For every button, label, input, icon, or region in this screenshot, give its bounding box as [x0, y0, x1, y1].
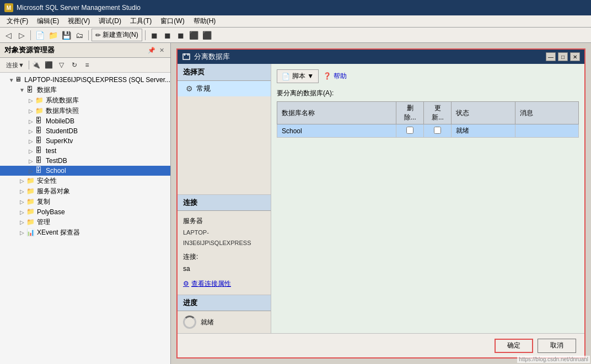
toolbar: ◁ ▷ 📄 📁 💾 🗂 ✏ 新建查询(N) ◼ ◼ ◼ ⬛ ⬛: [0, 28, 591, 43]
tree-test[interactable]: ▷ 🗄 test: [0, 146, 170, 156]
dialog-toolbar: 📄 脚本 ▼ ❓ 帮助: [277, 69, 579, 83]
panel-close[interactable]: ✕: [157, 46, 166, 54]
toolbar-forward[interactable]: ▷: [15, 29, 28, 41]
tree-polybase[interactable]: ▷ 📁 PolyBase: [0, 207, 170, 217]
menu-tools[interactable]: 工具(T): [126, 15, 156, 27]
cancel-button[interactable]: 取消: [538, 339, 576, 353]
expander: ▷: [18, 209, 26, 215]
expander: ▷: [26, 128, 35, 134]
toolbar-btn2[interactable]: ◼: [162, 29, 174, 41]
expander: ▼: [8, 77, 15, 83]
toolbar-open[interactable]: 📁: [47, 29, 59, 41]
tree-studentdb[interactable]: ▷ 🗄 StudentDB: [0, 126, 170, 136]
col-header-name: 数据库名称: [277, 102, 396, 124]
dialog-title-bar: 分离数据库 — □ ✕: [178, 50, 584, 64]
tree-mobiledb[interactable]: ▷ 🗄 MobileDB: [0, 116, 170, 126]
connection-content: 服务器 LAPTOP-IN3E6IJP\SQLEXPRESS 连接: sa ⚙ …: [178, 211, 271, 295]
menu-edit[interactable]: 编辑(E): [33, 15, 63, 27]
panel-controls: 📌 ✕: [147, 46, 166, 54]
tree-xevent[interactable]: ▷ 📊 XEvent 探查器: [0, 227, 170, 238]
col-header-message: 消息: [515, 102, 578, 124]
expander: ▷: [26, 158, 35, 164]
page-item-general[interactable]: ⚙ 常规: [178, 81, 271, 96]
toolbar-back[interactable]: ◁: [2, 29, 14, 41]
minimize-button[interactable]: —: [546, 52, 556, 61]
toolbar-new[interactable]: 📄: [34, 29, 46, 41]
tree-snapshots[interactable]: ▷ 📁 数据库快照: [0, 106, 170, 116]
menu-help[interactable]: 帮助(H): [189, 15, 221, 27]
explorer-sep: [29, 61, 29, 69]
update-checkbox[interactable]: [434, 127, 441, 134]
toolbar-btn4[interactable]: ⬛: [188, 29, 200, 41]
help-button[interactable]: ❓ 帮助: [323, 72, 346, 81]
explorer-title: 对象资源管理器: [4, 45, 55, 55]
restore-button[interactable]: □: [558, 52, 568, 61]
link-icon: ⚙: [183, 278, 189, 290]
table-row[interactable]: School 就绪: [277, 124, 579, 138]
connection-section: 连接 服务器 LAPTOP-IN3E6IJP\SQLEXPRESS 连接: sa: [178, 194, 271, 295]
tree-management[interactable]: ▷ 📁 管理: [0, 217, 170, 227]
title-bar: M Microsoft SQL Server Management Studio: [0, 0, 591, 15]
menu-debug[interactable]: 调试(D): [94, 15, 126, 27]
toolbar-sep-2: [88, 30, 89, 40]
cell-status: 就绪: [452, 124, 515, 138]
tree-school[interactable]: ▷ 🗄 School: [0, 166, 170, 176]
cell-db-name: School: [277, 124, 396, 138]
tree-server-objects[interactable]: ▷ 📁 服务器对象: [0, 186, 170, 197]
tree-security[interactable]: ▷ 📁 安全性: [0, 176, 170, 186]
connect-button[interactable]: 连接▼: [3, 59, 27, 70]
tree-databases[interactable]: ▼ 🗄 数据库: [0, 85, 170, 95]
toolbar-btn1[interactable]: ◼: [148, 29, 160, 41]
new-query-button[interactable]: ✏ 新建查询(N): [92, 29, 142, 41]
expander: ▷: [26, 108, 35, 114]
cell-delete[interactable]: [396, 124, 424, 138]
tree-superktv[interactable]: ▷ 🗄 SuperKtv: [0, 136, 170, 146]
collapse-btn[interactable]: ≡: [82, 59, 93, 70]
tree-replication[interactable]: ▷ 📁 复制: [0, 197, 170, 207]
expander: ▷: [18, 188, 26, 194]
dialog-left-panel: 选择页 ⚙ 常规 连接 服务器 LAPTOP-IN3E6IJP\SQLEXPR: [178, 64, 271, 333]
tree-server[interactable]: ▼ 🖥 LAPTOP-IN3E6IJP\SQLEXPRESS (SQL Serv…: [0, 75, 170, 85]
refresh-btn[interactable]: ↻: [69, 59, 80, 70]
menu-view[interactable]: 视图(V): [63, 15, 94, 27]
folder-icon: 📁: [26, 218, 35, 227]
dialog-footer: 确定 取消: [178, 333, 584, 357]
stop-btn[interactable]: ⬛: [44, 59, 55, 70]
script-button[interactable]: 📄 脚本 ▼: [277, 69, 319, 83]
menu-bar: 文件(F) 编辑(E) 视图(V) 调试(D) 工具(T) 窗口(W) 帮助(H…: [0, 15, 591, 28]
expander: ▷: [26, 118, 35, 124]
cell-message: [515, 124, 578, 138]
watermark: https://blog.csdn.net/dnruanl: [517, 356, 590, 363]
close-button[interactable]: ✕: [570, 52, 580, 61]
explorer-toolbar: 连接▼ 🔌 ⬛ ▽ ↻ ≡: [0, 58, 170, 73]
toolbar-saveall[interactable]: 🗂: [73, 29, 85, 41]
expander: ▷: [18, 178, 26, 184]
expander: ▷: [26, 97, 35, 104]
svg-rect-2: [187, 53, 189, 56]
server-icon: 🖥: [15, 75, 23, 84]
filter-btn[interactable]: ▽: [56, 59, 67, 70]
explorer-header: 对象资源管理器 📌 ✕: [0, 43, 170, 58]
panel-pin[interactable]: 📌: [147, 46, 156, 54]
toolbar-btn5[interactable]: ⬛: [201, 29, 213, 41]
db-item-icon: 🗄: [35, 156, 44, 165]
toolbar-save[interactable]: 💾: [60, 29, 72, 41]
content-area: 分离数据库 — □ ✕ 选择页 ⚙ 常规: [171, 43, 591, 364]
toolbar-btn3[interactable]: ◼: [175, 29, 187, 41]
tree-sysdb[interactable]: ▷ 📁 系统数据库: [0, 95, 170, 106]
detach-dialog: 分离数据库 — □ ✕ 选择页 ⚙ 常规: [176, 48, 585, 358]
disconnect-btn[interactable]: 🔌: [31, 59, 42, 70]
main-layout: 对象资源管理器 📌 ✕ 连接▼ 🔌 ⬛ ▽ ↻ ≡ ▼ 🖥 LAPTOP-IN3…: [0, 43, 591, 364]
expander: ▷: [18, 199, 26, 205]
server-label: 服务器: [183, 215, 265, 227]
folder-icon: 📁: [26, 177, 35, 186]
ok-button[interactable]: 确定: [495, 339, 533, 353]
view-properties-link[interactable]: ⚙ 查看连接属性: [183, 278, 265, 290]
db-icon: 🗄: [26, 86, 35, 95]
menu-window[interactable]: 窗口(W): [156, 15, 189, 27]
cell-update[interactable]: [424, 124, 452, 138]
menu-file[interactable]: 文件(F): [2, 15, 33, 27]
delete-checkbox[interactable]: [406, 127, 413, 134]
tree-testdb[interactable]: ▷ 🗄 TestDB: [0, 156, 170, 166]
app-title: Microsoft SQL Server Management Studio: [17, 4, 141, 12]
